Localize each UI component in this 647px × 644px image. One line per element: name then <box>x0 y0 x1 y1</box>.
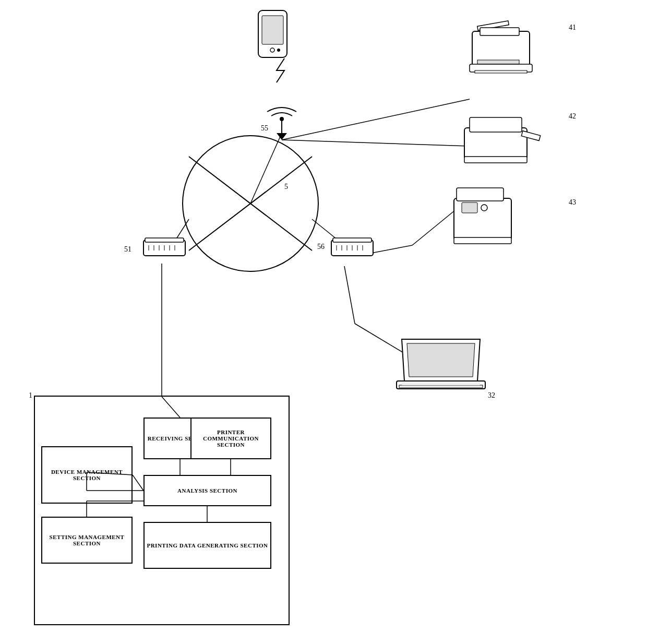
svg-rect-49 <box>462 202 477 213</box>
svg-point-5 <box>280 117 284 121</box>
svg-line-20 <box>355 324 407 355</box>
svg-rect-42 <box>475 70 527 73</box>
svg-rect-43 <box>464 128 527 159</box>
svg-point-10 <box>277 49 280 52</box>
svg-rect-48 <box>457 188 504 201</box>
printing-data-box: Printing Data Generating Section <box>143 522 271 569</box>
label-43: 43 <box>569 198 576 207</box>
svg-rect-56 <box>402 382 480 385</box>
label-51: 51 <box>124 245 131 254</box>
svg-line-19 <box>344 266 355 324</box>
svg-rect-55 <box>399 385 483 388</box>
label-32: 32 <box>488 391 495 400</box>
device-management-box: Device Management Section <box>41 446 133 504</box>
svg-line-11 <box>282 99 470 140</box>
svg-marker-53 <box>407 343 475 377</box>
label-55: 55 <box>261 124 268 133</box>
svg-rect-8 <box>262 16 283 44</box>
diagram: 1 5 11 12 13 14 15 16 32 41 42 43 51 55 … <box>0 0 647 644</box>
svg-rect-46 <box>464 157 527 163</box>
svg-rect-44 <box>470 117 522 132</box>
setting-management-box: Setting Management Section <box>41 517 133 564</box>
label-56: 56 <box>317 243 325 251</box>
svg-rect-51 <box>454 237 511 244</box>
printer-communication-box: Printer Communication Section <box>190 418 271 459</box>
analysis-box: Analysis Section <box>143 475 271 506</box>
label-1: 1 <box>29 391 32 400</box>
label-5: 5 <box>284 183 288 191</box>
svg-rect-30 <box>333 238 372 242</box>
label-42: 42 <box>569 112 576 121</box>
svg-rect-22 <box>145 238 184 242</box>
svg-line-12 <box>282 140 470 146</box>
label-41: 41 <box>569 23 576 32</box>
svg-rect-39 <box>480 28 519 35</box>
svg-rect-40 <box>477 60 519 64</box>
